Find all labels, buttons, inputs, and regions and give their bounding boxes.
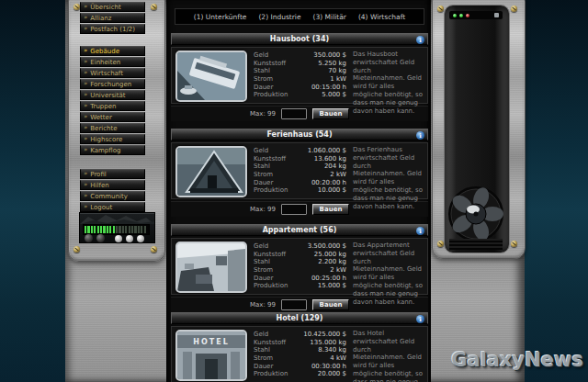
sidebar-item-forschungen[interactable]: »Forschungen <box>80 79 145 89</box>
screw-icon <box>151 246 157 253</box>
tab-industrie[interactable]: (2) Industrie <box>258 13 300 21</box>
sidebar-item-kampflog[interactable]: »Kampflog <box>80 145 145 155</box>
chevron-bullet-icon: » <box>84 114 87 120</box>
stat-row: Produktion10.000 $ <box>254 186 346 195</box>
build-quantity-input[interactable] <box>281 299 307 310</box>
tab-militaer[interactable]: (3) Militär <box>313 13 346 21</box>
sidebar-item-uebersicht[interactable]: »Übersicht <box>80 2 145 12</box>
stat-row: Stahl70 kg <box>254 67 346 75</box>
card-header: Hotel (129) i <box>171 312 428 324</box>
knob-icon <box>85 234 93 242</box>
chevron-bullet-icon: » <box>84 81 87 87</box>
card-body: Geld1.060.000 $ Kunststoff13.600 kg Stah… <box>171 142 428 199</box>
sidebar-item-postfach[interactable]: »Postfach (1/2) <box>80 24 145 34</box>
power-led-strip <box>449 11 503 19</box>
sidebar-item-label: Wetter <box>90 114 112 121</box>
stat-row: Geld1.060.000 $ <box>254 147 346 155</box>
info-icon[interactable]: i <box>416 36 424 44</box>
sidebar-item-label: Universität <box>90 92 125 99</box>
sidebar-item-label: Highscore <box>90 136 122 143</box>
building-title: Hausboot (34) <box>270 35 329 43</box>
chevron-bullet-icon: » <box>84 4 87 10</box>
sidebar-item-berichte[interactable]: »Berichte <box>80 123 145 133</box>
building-image-hotel: HOTEL <box>175 330 247 381</box>
building-card-hotel: Hotel (129) i HOTEL Geld10.42 <box>171 312 428 382</box>
sidebar-item-profil[interactable]: »Profil <box>80 169 145 179</box>
stat-row: Dauer00:25:00 h <box>254 275 346 283</box>
sidebar-item-label: Wirtschaft <box>90 70 123 77</box>
building-title: Ferienhaus (54) <box>266 130 332 139</box>
sidebar-group-account: »Profil »Hilfen »Community »Logout <box>80 169 145 213</box>
sidebar-item-hilfen[interactable]: »Hilfen <box>80 180 145 190</box>
chevron-bullet-icon: » <box>84 147 87 153</box>
build-quantity-input[interactable] <box>281 108 307 119</box>
sidebar-item-wetter[interactable]: »Wetter <box>80 112 145 122</box>
sidebar-item-label: Hilfen <box>90 182 108 189</box>
content-area: (1) Unterkünfte (2) Industrie (3) Militä… <box>166 0 431 382</box>
stat-row: Dauer00:20:00 h <box>254 179 346 187</box>
chevron-bullet-icon: » <box>84 171 87 177</box>
led-meter-lit <box>85 226 116 233</box>
sidebar-item-label: Berichte <box>90 125 117 132</box>
sidebar-item-truppen[interactable]: »Truppen <box>80 101 145 111</box>
stat-row: Produktion5.000 $ <box>254 91 346 99</box>
sidebar-item-einheiten[interactable]: »Einheiten <box>80 57 145 67</box>
tab-wirtschaft[interactable]: (4) Wirtschaft <box>358 13 405 21</box>
sidebar-item-allianz[interactable]: »Allianz <box>80 13 145 23</box>
building-title: Appartement (56) <box>263 226 337 234</box>
led-meter <box>83 224 150 235</box>
building-image-ferienhaus <box>175 146 247 197</box>
build-button[interactable]: Bauen <box>312 204 349 215</box>
card-header: Hausboot (34) i <box>171 33 428 45</box>
sidebar-item-universitaet[interactable]: »Universität <box>80 90 145 100</box>
tab-unterkuenfte[interactable]: (1) Unterkünfte <box>194 13 247 21</box>
galaxynews-watermark: GalaxyNews <box>451 349 583 371</box>
screw-icon <box>151 4 157 10</box>
sidebar-item-label: Gebäude <box>90 48 119 55</box>
sidebar-item-label: Truppen <box>90 103 116 110</box>
sidebar-item-label: Postfach (1/2) <box>90 26 135 33</box>
card-body: Geld3.500.000 $ Kunststoff25.000 kg Stah… <box>171 238 428 295</box>
led-green-icon <box>453 14 457 17</box>
round-button-icon <box>126 235 133 242</box>
stats-table: Geld3.500.000 $ Kunststoff25.000 kg Stah… <box>254 242 346 291</box>
info-icon[interactable]: i <box>416 131 424 140</box>
chevron-bullet-icon: » <box>84 15 87 21</box>
stat-row: Dauer00:15:00 h <box>254 84 346 92</box>
info-icon[interactable]: i <box>416 227 424 235</box>
chevron-bullet-icon: » <box>84 125 87 131</box>
sidebar-item-label: Forschungen <box>90 81 131 88</box>
sidebar-item-wirtschaft[interactable]: »Wirtschaft <box>80 68 145 78</box>
stat-row: Strom1 kW <box>254 75 346 84</box>
build-button[interactable]: Bauen <box>312 299 349 310</box>
sidebar-item-logout[interactable]: »Logout <box>80 202 145 212</box>
led-red-icon <box>466 14 469 17</box>
knob-icon <box>96 234 105 242</box>
sidebar-item-highscore[interactable]: »Highscore <box>80 134 145 144</box>
sidebar-item-community[interactable]: »Community <box>80 191 145 201</box>
build-quantity-input[interactable] <box>281 204 307 215</box>
building-description: Das Appartement erwirtschaftet Geld durc… <box>353 242 424 291</box>
stats-table: Geld10.425.000 $ Kunststoff135.000 kg St… <box>254 330 346 379</box>
building-description: Das Hotel erwirtschaftet Geld durch Miet… <box>353 330 424 379</box>
sidebar-item-gebaeude[interactable]: »Gebäude <box>80 46 145 56</box>
stat-row: Kunststoff135.000 kg <box>254 339 346 347</box>
stat-row: Geld350.000 $ <box>254 51 346 60</box>
building-card-ferienhaus: Ferienhaus (54) i Geld1.060.000 $ <box>171 129 428 217</box>
stat-row: Kunststoff13.600 kg <box>254 155 346 163</box>
chevron-bullet-icon: » <box>84 70 87 76</box>
stat-row: Kunststoff5.250 kg <box>254 60 346 68</box>
building-card-hausboot: Hausboot (34) i <box>171 33 428 121</box>
stat-row: Produktion20.000 $ <box>254 370 346 378</box>
screw-icon <box>437 241 444 247</box>
card-body: HOTEL Geld10.425.000 $ Kunststoff135.000… <box>171 326 428 382</box>
sidebar-group-empire: »Gebäude »Einheiten »Wirtschaft »Forschu… <box>80 46 145 101</box>
stat-row: Strom2 kW <box>254 171 346 179</box>
stats-table: Geld350.000 $ Kunststoff5.250 kg Stahl70… <box>254 51 346 100</box>
sidebar-item-label: Logout <box>90 204 112 211</box>
info-icon[interactable]: i <box>416 315 424 323</box>
stat-row: Produktion15.000 $ <box>254 282 346 290</box>
chevron-bullet-icon: » <box>84 59 87 65</box>
sidebar-item-label: Einheiten <box>90 59 120 66</box>
build-button[interactable]: Bauen <box>312 108 349 119</box>
